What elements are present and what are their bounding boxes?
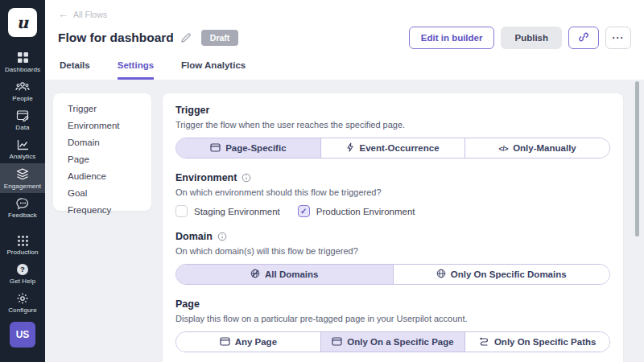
breadcrumb-label: All Flows	[73, 10, 107, 19]
link-icon	[578, 31, 589, 44]
dashboards-icon	[16, 51, 30, 64]
sidebar-item-configure[interactable]: Configure	[0, 288, 45, 317]
content-scrollbar[interactable]	[635, 81, 639, 237]
section-title: Domain	[175, 231, 213, 242]
browser-icon	[220, 337, 230, 348]
checkbox-staging-environment[interactable]: Staging Environment	[175, 205, 280, 217]
settings-nav-environment[interactable]: Environment	[53, 117, 151, 134]
tab-flow-analytics[interactable]: Flow Analytics	[181, 60, 246, 80]
copy-link-button[interactable]	[568, 27, 599, 49]
sidebar-item-label: Dashboards	[5, 66, 40, 73]
trigger-option-page-specific[interactable]: Page-Specific	[176, 138, 320, 158]
page-option-specific-paths[interactable]: Only On Specific Paths	[464, 332, 609, 352]
main-column: All Flows Flow for dashboard Draft Edit …	[45, 0, 644, 362]
environment-checkboxes: Staging Environment Production Environme…	[175, 205, 610, 217]
path-icon	[479, 336, 489, 348]
segment-label: Only On Specific Paths	[494, 337, 597, 347]
browser-icon	[332, 337, 342, 348]
section-environment: Environment On which environment should …	[175, 172, 610, 217]
domain-option-all-domains[interactable]: All Domains	[176, 265, 393, 284]
help-icon: ?	[16, 263, 29, 276]
checkbox-production-environment[interactable]: Production Environment	[298, 205, 415, 217]
sidebar-item-label: Production	[6, 249, 38, 256]
edit-in-builder-button[interactable]: Edit in builder	[409, 27, 495, 49]
settings-nav-frequency[interactable]: Frequency	[53, 201, 151, 218]
gear-icon	[16, 292, 29, 305]
section-description: Display this flow on a particular pre-ta…	[175, 314, 610, 323]
segment-label: Only On a Specific Page	[347, 337, 453, 347]
sidebar-item-production[interactable]: Production	[0, 231, 45, 259]
trigger-option-only-manually[interactable]: Only-Manually	[464, 138, 609, 158]
sidebar-item-dashboards[interactable]: Dashboards	[0, 47, 45, 76]
sidebar-item-label: Analytics	[10, 153, 36, 160]
analytics-icon	[16, 138, 30, 151]
tab-details[interactable]: Details	[60, 60, 90, 80]
sidebar-item-people[interactable]: People	[0, 76, 45, 105]
engagement-icon	[15, 167, 30, 181]
section-title: Trigger	[175, 105, 209, 116]
section-description: On which environment should this flow be…	[175, 187, 610, 197]
segment-label: All Domains	[265, 269, 318, 279]
settings-content: Trigger Environment Domain Page Audience…	[45, 80, 644, 362]
sidebar-item-feedback[interactable]: Feedback	[0, 193, 45, 222]
segment-label: Any Page	[235, 337, 277, 347]
userpilot-logo[interactable]: u	[8, 8, 37, 37]
trigger-option-event-occurrence[interactable]: Event-Occurrence	[320, 138, 465, 158]
settings-nav-trigger[interactable]: Trigger	[53, 100, 151, 117]
segment-label: Only-Manually	[513, 143, 576, 153]
sidebar-item-label: Engagement	[4, 183, 41, 190]
code-icon	[499, 143, 509, 153]
domain-option-specific-domains[interactable]: Only On Specific Domains	[393, 265, 610, 284]
production-grid-icon	[17, 235, 29, 247]
info-icon[interactable]	[242, 173, 251, 183]
browser-icon	[210, 143, 221, 154]
globe-icon	[436, 269, 446, 280]
sidebar-item-data[interactable]: Data	[0, 105, 45, 134]
sidebar-item-label: Configure	[8, 306, 37, 314]
svg-text:?: ?	[20, 265, 25, 274]
segment-label: Event-Occurrence	[359, 143, 439, 153]
publish-button[interactable]: Publish	[501, 27, 562, 49]
sidebar-item-analytics[interactable]: Analytics	[0, 134, 45, 163]
sidebar-item-engagement[interactable]: Engagement	[0, 163, 45, 193]
user-avatar[interactable]: US	[10, 322, 35, 348]
checkbox-box	[175, 205, 188, 217]
sidebar-item-label: Feedback	[8, 212, 37, 219]
globe-slash-icon	[250, 269, 260, 280]
section-title: Environment	[175, 172, 237, 183]
settings-nav-domain[interactable]: Domain	[53, 134, 151, 150]
sidebar-item-get-help[interactable]: ? Get Help	[0, 259, 45, 288]
breadcrumb-back[interactable]: All Flows	[58, 8, 107, 20]
page-header: All Flows Flow for dashboard Draft Edit …	[45, 0, 644, 80]
feedback-icon	[16, 197, 30, 210]
title-row: Flow for dashboard Draft Edit in builder…	[58, 27, 631, 49]
avatar-initials: US	[16, 329, 30, 340]
section-description: On which domain(s) will this flow be tri…	[175, 246, 610, 256]
back-arrow-icon	[58, 8, 68, 20]
sidebar-item-label: Get Help	[10, 278, 35, 285]
settings-panel: Trigger Trigger the flow when the user r…	[163, 93, 623, 362]
more-actions-button[interactable]: ···	[605, 27, 631, 49]
settings-nav-audience[interactable]: Audience	[53, 167, 151, 184]
edit-title-pencil-icon[interactable]	[180, 32, 192, 43]
tabs: Details Settings Flow Analytics	[58, 60, 631, 80]
sidebar-nav: Dashboards People Data Analytics	[0, 47, 45, 222]
logo-letter: u	[17, 13, 29, 32]
page-option-any-page[interactable]: Any Page	[176, 332, 320, 352]
sidebar: u Dashboards People Data	[0, 0, 45, 362]
section-description: Trigger the flow when the user reaches t…	[175, 120, 610, 130]
tab-settings[interactable]: Settings	[118, 60, 154, 80]
sidebar-bottom: Production ? Get Help Configure US	[0, 231, 45, 356]
lightning-icon	[346, 142, 354, 154]
settings-nav-page[interactable]: Page	[53, 150, 151, 167]
header-actions: Edit in builder Publish ···	[409, 27, 631, 49]
page-segmented-control: Any Page Only On a Specific Page Only On…	[175, 331, 610, 352]
status-badge: Draft	[201, 30, 239, 46]
sidebar-item-label: Data	[15, 124, 29, 131]
checkbox-label: Staging Environment	[194, 207, 280, 216]
domain-segmented-control: All Domains Only On Specific Domains	[175, 264, 610, 285]
checkbox-label: Production Environment	[316, 207, 415, 216]
info-icon[interactable]	[217, 232, 227, 241]
page-option-specific-page[interactable]: Only On a Specific Page	[320, 332, 465, 352]
settings-nav-goal[interactable]: Goal	[53, 184, 151, 201]
